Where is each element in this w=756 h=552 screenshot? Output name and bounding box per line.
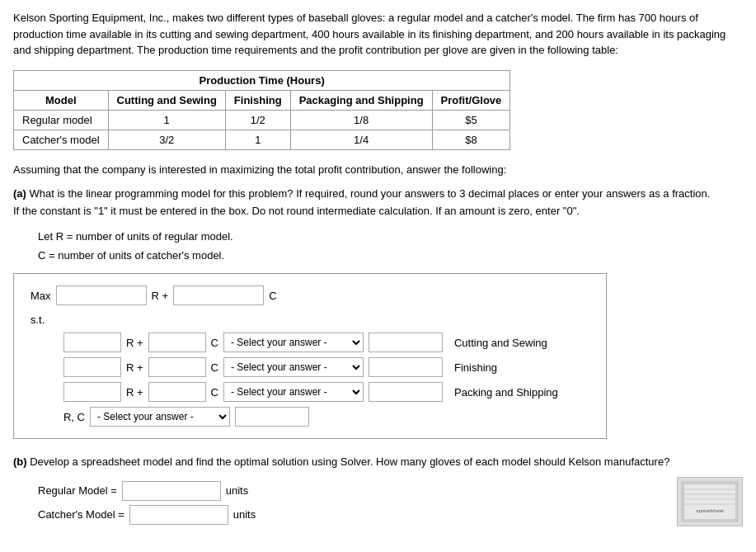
c1-c-label: C	[211, 337, 218, 349]
regular-packaging: 1/8	[290, 110, 432, 130]
regular-model-label: Regular Model =	[38, 479, 117, 503]
max-r-label: R +	[152, 290, 169, 302]
regular-model-input[interactable]	[122, 481, 221, 501]
let-r: Let R = number of units of regular model…	[38, 227, 743, 246]
c3-label: Packing and Shipping	[454, 386, 558, 399]
catcher-profit: $8	[432, 130, 510, 149]
c2-select[interactable]: - Select your answer - ≤ ≥ =	[223, 357, 364, 377]
last-constraint-row: R, C - Select your answer - ≤ ≥ =	[63, 407, 589, 427]
catcher-model-unit: units	[233, 503, 256, 527]
row-catcher-model: Catcher's model	[14, 130, 109, 149]
catcher-finishing: 1	[225, 130, 290, 149]
part-b-text: (b) Develop a spreadsheet model and find…	[13, 454, 743, 471]
part-a-text: What is the linear programming model for…	[30, 187, 711, 200]
max-label: Max	[31, 290, 51, 302]
part-b-label: (b)	[13, 455, 27, 468]
constraint-row-2: R + C - Select your answer - ≤ ≥ = Finis…	[63, 357, 589, 377]
regular-cutting: 1	[108, 110, 225, 130]
intro-paragraph: Kelson Sporting Equipment, Inc., makes t…	[13, 10, 743, 59]
regular-finishing: 1/2	[225, 110, 290, 130]
c2-label: Finishing	[454, 361, 497, 374]
c3-r-label: R +	[126, 386, 143, 399]
last-select[interactable]: - Select your answer - ≤ ≥ =	[90, 407, 230, 427]
constraint-row-1: R + C - Select your answer - ≤ ≥ = Cutti…	[63, 333, 589, 352]
c3-c-coeff-input[interactable]	[148, 382, 206, 402]
c3-c-label: C	[211, 386, 218, 399]
catcher-model-row: Catcher's Model = units	[38, 503, 743, 527]
catcher-model-input[interactable]	[129, 505, 228, 525]
max-row: Max R + C	[31, 285, 589, 305]
assuming-text: Assuming that the company is interested …	[13, 162, 743, 178]
c2-rhs-input[interactable]	[369, 357, 443, 377]
col-profit: Profit/Glove	[432, 90, 510, 110]
c1-rhs-input[interactable]	[369, 333, 443, 352]
let-definitions: Let R = number of units of regular model…	[38, 227, 743, 266]
c1-c-coeff-input[interactable]	[148, 333, 206, 352]
regular-model-row: Regular Model = units	[38, 479, 743, 503]
rc-label: R, C	[63, 411, 85, 423]
regular-profit: $5	[432, 110, 510, 130]
catcher-cutting: 3/2	[108, 130, 225, 149]
col-model: Model	[14, 90, 109, 110]
max-r-coefficient-input[interactable]	[56, 285, 147, 305]
part-a-label: (a)	[13, 187, 26, 200]
c1-label: Cutting and Sewing	[454, 337, 547, 349]
part-a-section: (a) What is the linear programming model…	[13, 186, 743, 220]
part-b-section: (b) Develop a spreadsheet model and find…	[13, 454, 743, 526]
catcher-model-label: Catcher's Model =	[38, 503, 124, 527]
max-c-coefficient-input[interactable]	[173, 285, 264, 305]
c2-c-label: C	[211, 361, 218, 374]
c1-select[interactable]: - Select your answer - ≤ ≥ =	[223, 333, 364, 352]
catcher-packaging: 1/4	[290, 130, 432, 149]
last-rhs-input[interactable]	[235, 407, 309, 427]
part-b-inputs: Regular Model = units Catcher's Model = …	[38, 479, 743, 526]
c1-r-label: R +	[126, 337, 143, 349]
part-a-note: If the constant is "1" it must be entere…	[13, 205, 580, 217]
svg-text:spreadsheet: spreadsheet	[696, 508, 723, 513]
regular-model-unit: units	[226, 479, 248, 503]
thumbnail-image: spreadsheet	[677, 477, 743, 526]
table-title: Production Time (Hours)	[14, 70, 510, 90]
col-packaging: Packaging and Shipping	[290, 90, 432, 110]
row-regular-model: Regular model	[14, 110, 109, 130]
max-c-label: C	[269, 290, 276, 302]
let-c: C = number of units of catcher's model.	[38, 246, 743, 265]
c3-r-coeff-input[interactable]	[63, 382, 121, 402]
lp-model-box: Max R + C s.t. R + C - Select your answe…	[13, 273, 607, 439]
part-b-desc: Develop a spreadsheet model and find the…	[30, 455, 669, 468]
col-finishing: Finishing	[225, 90, 290, 110]
st-label: s.t.	[31, 314, 589, 326]
production-table: Production Time (Hours) Model Cutting an…	[13, 70, 510, 150]
c2-r-coeff-input[interactable]	[63, 357, 121, 377]
c3-rhs-input[interactable]	[369, 382, 443, 402]
c1-r-coeff-input[interactable]	[63, 333, 121, 352]
c3-select[interactable]: - Select your answer - ≤ ≥ =	[223, 382, 364, 402]
svg-rect-1	[684, 484, 735, 519]
c2-r-label: R +	[126, 361, 143, 374]
thumbnail-icon: spreadsheet	[681, 481, 739, 522]
c2-c-coeff-input[interactable]	[148, 357, 206, 377]
constraints-container: R + C - Select your answer - ≤ ≥ = Cutti…	[63, 333, 589, 402]
constraint-row-3: R + C - Select your answer - ≤ ≥ = Packi…	[63, 382, 589, 402]
col-cutting: Cutting and Sewing	[108, 90, 225, 110]
